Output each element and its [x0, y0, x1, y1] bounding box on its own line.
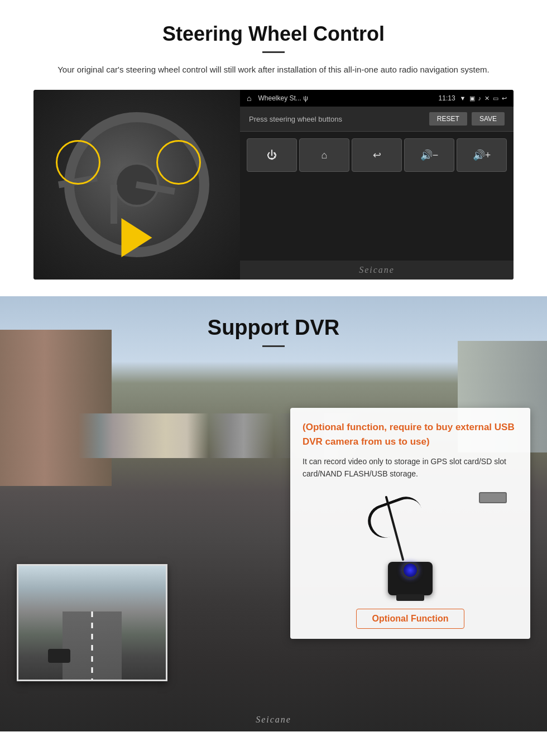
controls-grid: ⏻ ⌂ ↩ 🔊− 🔊+ [240, 132, 514, 261]
status-time: 11:13 [439, 94, 455, 102]
dvr-footage-thumbnail [17, 564, 167, 681]
camera-icon: ▣ [469, 95, 475, 102]
dvr-title-overlay: Support DVR [0, 296, 547, 347]
home-icon: ⌂ [247, 94, 251, 103]
home-control-btn[interactable]: ⌂ [299, 138, 349, 172]
camera-base [396, 594, 424, 601]
dvr-section: Support DVR (Optional function, require … [0, 296, 547, 731]
volume-icon: ♪ [478, 95, 482, 102]
back-icon: ↩ [502, 95, 507, 102]
save-button[interactable]: SAVE [472, 112, 505, 126]
buildings-left [0, 330, 112, 486]
optional-function-badge-row: Optional Function [303, 609, 518, 629]
camera-body [388, 562, 433, 595]
usb-cable [303, 489, 518, 601]
usb-plug-icon [479, 492, 507, 503]
swc-title-divider [262, 51, 285, 53]
steering-wheel-control-section: Steering Wheel Control Your original car… [0, 0, 547, 296]
thumbnail-car [48, 649, 70, 663]
highlight-circle-right [156, 140, 201, 185]
vol-down-control-btn[interactable]: 🔊− [404, 138, 454, 172]
vol-up-control-btn[interactable]: 🔊+ [457, 138, 507, 172]
swc-seicane-watermark: Seicane [240, 261, 514, 280]
swc-control-bar: Press steering wheel buttons RESET SAVE [240, 107, 514, 132]
camera-lens [402, 562, 419, 579]
dvr-optional-text: (Optional function, require to buy exter… [303, 420, 518, 449]
thumbnail-center-line [92, 611, 93, 680]
dvr-title-divider [262, 345, 285, 347]
reset-button[interactable]: RESET [429, 112, 467, 126]
dvr-title: Support DVR [0, 316, 547, 340]
back-control-btn[interactable]: ↩ [352, 138, 402, 172]
app-name-label: Wheelkey St... ψ [258, 94, 434, 102]
power-control-btn[interactable]: ⏻ [247, 138, 297, 172]
status-icons: ▼ ▣ ♪ ✕ ▭ ↩ [460, 95, 507, 102]
wifi-icon: ▼ [460, 95, 466, 102]
dvr-seicane-watermark: Seicane [256, 715, 291, 725]
android-status-bar: ⌂ Wheelkey St... ψ 11:13 ▼ ▣ ♪ ✕ ▭ ↩ [240, 90, 514, 107]
window-icon: ▭ [493, 95, 498, 102]
spoke-bottom [111, 185, 117, 224]
dvr-description: It can record video only to storage in G… [303, 455, 518, 480]
steering-wheel-photo [33, 90, 240, 280]
close-icon: ✕ [484, 95, 490, 102]
arrow-right-icon [122, 218, 152, 257]
swc-image-container: ⌂ Wheelkey St... ψ 11:13 ▼ ▣ ♪ ✕ ▭ ↩ Pre… [33, 90, 514, 280]
arrow-container [122, 218, 152, 257]
dvr-camera-image [303, 489, 518, 601]
dvr-info-card: (Optional function, require to buy exter… [290, 408, 530, 639]
android-ui-panel: ⌂ Wheelkey St... ψ 11:13 ▼ ▣ ♪ ✕ ▭ ↩ Pre… [240, 90, 514, 280]
swc-title: Steering Wheel Control [33, 22, 514, 46]
optional-function-badge: Optional Function [356, 609, 465, 629]
swc-prompt-label: Press steering wheel buttons [249, 115, 342, 123]
swc-action-buttons: RESET SAVE [429, 112, 505, 126]
highlight-circle-left [56, 140, 100, 185]
swc-description: Your original car's steering wheel contr… [33, 63, 514, 76]
